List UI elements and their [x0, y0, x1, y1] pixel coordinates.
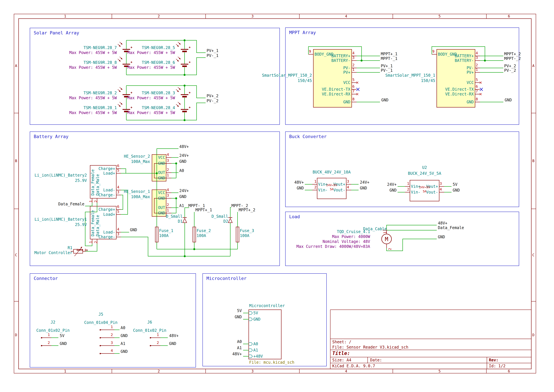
panel-power: Max Power: 455W + 5W — [69, 96, 117, 100]
component-ref: Fuse_2 — [197, 229, 211, 233]
pin-name: BATTERY+ — [455, 54, 474, 58]
panel-power: Max Power: 455W + 5W — [127, 51, 175, 55]
component-field: 5A — [330, 188, 333, 191]
titleblock-file: File: Sensor Reader V3.kicad_sch — [332, 345, 408, 349]
pin-name: VE.Direct-TX — [445, 87, 474, 91]
pin-number: 3 — [111, 341, 113, 345]
load-wires[interactable] — [387, 225, 437, 251]
pin-name: BATTERY- — [455, 59, 474, 63]
sheet-symbol[interactable] — [243, 310, 281, 359]
panel-ref: TSM-NEG9R.28_2 — [83, 91, 117, 95]
junction-dot — [484, 60, 486, 62]
net-label: PV+_2 — [504, 64, 516, 68]
component-ref: Fuse_1 — [159, 229, 173, 233]
component-value: 100A_Max — [131, 160, 150, 164]
component-name: Conn_01x02_Pin — [133, 329, 166, 332]
pin-number: 2 — [94, 241, 98, 243]
net-label: 24V+ — [387, 182, 397, 186]
pin-name: GND — [467, 100, 474, 104]
pin-number: 3 — [440, 182, 442, 185]
titleblock-date: Date: — [370, 358, 382, 362]
net-label: PV+_1 — [207, 49, 218, 53]
component-ref: D1 — [178, 219, 183, 223]
pin-name: GND — [158, 211, 165, 215]
component-ref: R1 — [68, 246, 72, 250]
net-label: Data_Female — [438, 226, 464, 230]
net-label: MPPT+_2 — [239, 208, 255, 212]
component-name: BUCK_48V_24V_10A — [312, 170, 351, 174]
component-field: 24V→5V — [326, 184, 337, 187]
net-label: 5V — [237, 309, 242, 313]
net-label: MPPT+_1 — [195, 208, 212, 212]
panel-power: Max Power: 455W + 5W — [69, 65, 117, 70]
net-label: GND — [389, 188, 397, 192]
net-label: A0 — [121, 326, 125, 330]
component-ref: SmartSolar_MPPT_150_1 — [385, 73, 435, 77]
net-label: PV-_2 — [207, 99, 218, 103]
zone-col-label: 1 — [64, 14, 66, 18]
section-title-load: Load — [289, 214, 300, 219]
pin-name: VE.Direct-RX — [445, 92, 474, 96]
pin-name: PV- — [343, 66, 350, 70]
net-label: GND — [297, 186, 304, 190]
pin-number: 5 — [476, 78, 478, 82]
sheet-pin-label: GND — [253, 317, 260, 321]
component-name: Conn_01x02_Pin — [36, 329, 69, 332]
titleblock-size: Size: A4 — [332, 358, 351, 362]
component-value: 100A — [197, 234, 206, 238]
pin-number: 5 — [117, 210, 119, 213]
pin-name: PV+ — [467, 70, 474, 74]
motor-letter: M — [385, 236, 388, 242]
component-value: 25.9V — [75, 179, 87, 182]
section-title-solar: Solar Panel Array — [34, 31, 79, 35]
net-label: Data_Female — [58, 202, 84, 206]
pin-number: 2 — [157, 341, 159, 345]
net-label: GND — [438, 235, 445, 239]
zone-col-label: 3 — [251, 14, 254, 18]
zone-row-label: C — [532, 253, 534, 257]
titleblock-generator: KiCad E.D.A. 9.0.7 — [332, 364, 375, 368]
component-name: Conn_01x04_Pin — [84, 321, 118, 324]
pin-number: 1 — [89, 241, 93, 243]
pin-name: GND — [158, 176, 165, 180]
component-value: 25.9V — [75, 223, 87, 227]
panel-ref: TSM-NEG9R.28_1 — [83, 106, 117, 110]
net-label: A1 — [121, 342, 125, 346]
pin-number: 3 — [167, 194, 169, 197]
pin-number: 1 — [314, 180, 317, 183]
pin-number: 2 — [388, 248, 392, 250]
panel-power: Max Power: 455W + 5W — [127, 65, 175, 70]
pin-name: Data_Female — [91, 169, 95, 196]
section-title-mppt: MPPT Array — [289, 30, 316, 35]
sheet-pin-label: A0 — [253, 342, 258, 346]
panel-ref: TSM-NEG9R.28_5 — [142, 46, 175, 50]
component-ref: J2 — [51, 320, 55, 324]
connector-pin[interactable] — [100, 329, 120, 354]
net-label: GND — [169, 342, 176, 346]
pin-number: 1 — [352, 68, 354, 71]
net-label: MPPT+_1 — [381, 52, 397, 56]
component-ref: SmartSolar_MPPT_150_2 — [262, 73, 312, 77]
pin-number: 5 — [117, 169, 119, 172]
component-value: D_Small — [212, 214, 228, 218]
pin-name: Vin- — [318, 188, 328, 192]
no-connect-icon — [356, 82, 360, 95]
zone-col-label: 6 — [508, 14, 510, 18]
pin-name: Vin+ — [411, 184, 420, 189]
pin-name: Load+ — [103, 171, 115, 175]
zone-col-label: 5 — [438, 14, 441, 18]
pin-name: OUT — [158, 171, 165, 175]
zone-col-label: 1 — [64, 370, 66, 373]
pin-number: 4 — [167, 153, 169, 156]
pin-name: GND — [158, 196, 165, 200]
panel-ref: TSM-NEG9R.28_6 — [142, 61, 175, 64]
pin-number: 2 — [352, 63, 354, 67]
titleblock-id: Id: 1/2 — [489, 364, 506, 368]
pin-name: Data_Female — [91, 210, 95, 236]
net-label: MPPT+_2 — [504, 52, 521, 56]
pin-number: 3 — [347, 180, 349, 183]
net-label: 5V — [453, 182, 457, 186]
zone-col-label: 5 — [438, 370, 441, 373]
pin-number: 8 — [352, 98, 354, 101]
zone-col-label: 4 — [345, 14, 347, 18]
